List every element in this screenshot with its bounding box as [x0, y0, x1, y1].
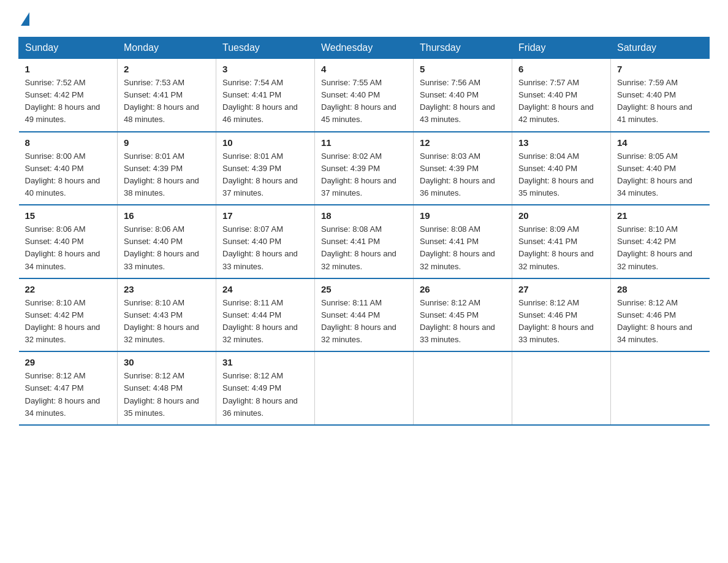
calendar-cell: 6 Sunrise: 7:57 AMSunset: 4:40 PMDayligh…	[512, 59, 611, 132]
weekday-header-sunday: Sunday	[19, 37, 118, 59]
calendar-cell: 15 Sunrise: 8:06 AMSunset: 4:40 PMDaylig…	[19, 205, 118, 278]
day-number: 31	[222, 357, 308, 367]
calendar-cell: 11 Sunrise: 8:02 AMSunset: 4:39 PMDaylig…	[315, 132, 414, 205]
calendar-cell: 9 Sunrise: 8:01 AMSunset: 4:39 PMDayligh…	[118, 132, 216, 205]
weekday-header-row: SundayMondayTuesdayWednesdayThursdayFrid…	[19, 37, 710, 59]
day-number: 23	[124, 284, 210, 294]
calendar-cell: 26 Sunrise: 8:12 AMSunset: 4:45 PMDaylig…	[414, 278, 512, 352]
week-row-5: 29 Sunrise: 8:12 AMSunset: 4:47 PMDaylig…	[19, 351, 710, 425]
day-number: 16	[124, 210, 210, 221]
day-info: Sunrise: 7:52 AMSunset: 4:42 PMDaylight:…	[25, 77, 112, 126]
day-number: 27	[518, 284, 604, 294]
day-info: Sunrise: 8:12 AMSunset: 4:49 PMDaylight:…	[222, 370, 308, 419]
day-number: 28	[617, 284, 703, 294]
day-info: Sunrise: 8:10 AMSunset: 4:43 PMDaylight:…	[124, 297, 210, 347]
day-info: Sunrise: 7:57 AMSunset: 4:40 PMDaylight:…	[518, 77, 604, 126]
day-info: Sunrise: 8:10 AMSunset: 4:42 PMDaylight:…	[25, 297, 112, 347]
day-number: 30	[124, 357, 210, 367]
day-info: Sunrise: 8:04 AMSunset: 4:40 PMDaylight:…	[518, 150, 604, 200]
day-info: Sunrise: 8:07 AMSunset: 4:40 PMDaylight:…	[222, 223, 308, 273]
day-number: 14	[617, 137, 703, 148]
day-info: Sunrise: 7:54 AMSunset: 4:41 PMDaylight:…	[222, 77, 308, 126]
day-info: Sunrise: 8:05 AMSunset: 4:40 PMDaylight:…	[617, 150, 703, 200]
calendar-cell: 21 Sunrise: 8:10 AMSunset: 4:42 PMDaylig…	[611, 205, 710, 278]
calendar-cell: 28 Sunrise: 8:12 AMSunset: 4:46 PMDaylig…	[611, 278, 710, 352]
calendar-cell: 29 Sunrise: 8:12 AMSunset: 4:47 PMDaylig…	[19, 351, 118, 425]
week-row-1: 1 Sunrise: 7:52 AMSunset: 4:42 PMDayligh…	[19, 59, 710, 132]
day-info: Sunrise: 8:12 AMSunset: 4:46 PMDaylight:…	[518, 297, 604, 347]
day-info: Sunrise: 8:06 AMSunset: 4:40 PMDaylight:…	[124, 223, 210, 273]
day-number: 25	[321, 284, 407, 294]
day-info: Sunrise: 8:03 AMSunset: 4:39 PMDaylight:…	[420, 150, 506, 200]
calendar-cell: 10 Sunrise: 8:01 AMSunset: 4:39 PMDaylig…	[216, 132, 315, 205]
day-info: Sunrise: 8:12 AMSunset: 4:46 PMDaylight:…	[617, 297, 703, 347]
calendar-cell: 13 Sunrise: 8:04 AMSunset: 4:40 PMDaylig…	[512, 132, 611, 205]
day-number: 7	[617, 64, 703, 74]
day-number: 18	[321, 210, 407, 221]
day-info: Sunrise: 7:59 AMSunset: 4:40 PMDaylight:…	[617, 77, 703, 126]
day-number: 6	[518, 64, 604, 74]
day-number: 5	[420, 64, 506, 74]
calendar-cell: 30 Sunrise: 8:12 AMSunset: 4:48 PMDaylig…	[118, 351, 216, 425]
calendar-header: SundayMondayTuesdayWednesdayThursdayFrid…	[19, 37, 710, 59]
calendar-cell	[512, 351, 611, 425]
day-number: 26	[420, 284, 506, 294]
day-info: Sunrise: 8:12 AMSunset: 4:47 PMDaylight:…	[25, 370, 112, 419]
weekday-header-thursday: Thursday	[414, 37, 512, 59]
calendar-cell: 12 Sunrise: 8:03 AMSunset: 4:39 PMDaylig…	[414, 132, 512, 205]
calendar-cell: 8 Sunrise: 8:00 AMSunset: 4:40 PMDayligh…	[19, 132, 118, 205]
calendar-cell: 23 Sunrise: 8:10 AMSunset: 4:43 PMDaylig…	[118, 278, 216, 352]
calendar-cell: 25 Sunrise: 8:11 AMSunset: 4:44 PMDaylig…	[315, 278, 414, 352]
calendar-cell: 18 Sunrise: 8:08 AMSunset: 4:41 PMDaylig…	[315, 205, 414, 278]
day-number: 29	[25, 357, 112, 367]
calendar-cell	[611, 351, 710, 425]
day-info: Sunrise: 8:01 AMSunset: 4:39 PMDaylight:…	[222, 150, 308, 200]
week-row-3: 15 Sunrise: 8:06 AMSunset: 4:40 PMDaylig…	[19, 205, 710, 278]
calendar-cell	[315, 351, 414, 425]
day-number: 8	[25, 137, 112, 148]
calendar-cell: 2 Sunrise: 7:53 AMSunset: 4:41 PMDayligh…	[118, 59, 216, 132]
day-info: Sunrise: 7:53 AMSunset: 4:41 PMDaylight:…	[124, 77, 210, 126]
week-row-2: 8 Sunrise: 8:00 AMSunset: 4:40 PMDayligh…	[19, 132, 710, 205]
day-number: 1	[25, 64, 112, 74]
weekday-header-tuesday: Tuesday	[216, 37, 315, 59]
calendar-cell: 27 Sunrise: 8:12 AMSunset: 4:46 PMDaylig…	[512, 278, 611, 352]
day-info: Sunrise: 8:08 AMSunset: 4:41 PMDaylight:…	[420, 223, 506, 273]
calendar-cell: 3 Sunrise: 7:54 AMSunset: 4:41 PMDayligh…	[216, 59, 315, 132]
day-number: 22	[25, 284, 112, 294]
day-number: 17	[222, 210, 308, 221]
day-info: Sunrise: 8:11 AMSunset: 4:44 PMDaylight:…	[222, 297, 308, 347]
calendar-cell: 31 Sunrise: 8:12 AMSunset: 4:49 PMDaylig…	[216, 351, 315, 425]
day-info: Sunrise: 8:02 AMSunset: 4:39 PMDaylight:…	[321, 150, 407, 200]
day-number: 2	[124, 64, 210, 74]
day-info: Sunrise: 7:56 AMSunset: 4:40 PMDaylight:…	[420, 77, 506, 126]
weekday-header-monday: Monday	[118, 37, 216, 59]
day-info: Sunrise: 8:08 AMSunset: 4:41 PMDaylight:…	[321, 223, 407, 273]
calendar-cell: 17 Sunrise: 8:07 AMSunset: 4:40 PMDaylig…	[216, 205, 315, 278]
calendar-cell	[414, 351, 512, 425]
day-number: 19	[420, 210, 506, 221]
calendar-cell: 4 Sunrise: 7:55 AMSunset: 4:40 PMDayligh…	[315, 59, 414, 132]
day-number: 10	[222, 137, 308, 148]
weekday-header-wednesday: Wednesday	[315, 37, 414, 59]
calendar-cell: 19 Sunrise: 8:08 AMSunset: 4:41 PMDaylig…	[414, 205, 512, 278]
day-number: 20	[518, 210, 604, 221]
week-row-4: 22 Sunrise: 8:10 AMSunset: 4:42 PMDaylig…	[19, 278, 710, 352]
calendar-table: SundayMondayTuesdayWednesdayThursdayFrid…	[18, 37, 710, 426]
day-number: 21	[617, 210, 703, 221]
day-number: 9	[124, 137, 210, 148]
calendar-body: 1 Sunrise: 7:52 AMSunset: 4:42 PMDayligh…	[19, 59, 710, 425]
weekday-header-friday: Friday	[512, 37, 611, 59]
day-number: 3	[222, 64, 308, 74]
calendar-cell: 5 Sunrise: 7:56 AMSunset: 4:40 PMDayligh…	[414, 59, 512, 132]
day-number: 11	[321, 137, 407, 148]
page-header	[18, 12, 710, 25]
day-info: Sunrise: 8:12 AMSunset: 4:48 PMDaylight:…	[124, 370, 210, 419]
day-info: Sunrise: 8:00 AMSunset: 4:40 PMDaylight:…	[25, 150, 112, 200]
day-info: Sunrise: 8:01 AMSunset: 4:39 PMDaylight:…	[124, 150, 210, 200]
logo-triangle-icon	[21, 12, 29, 26]
day-number: 24	[222, 284, 308, 294]
calendar-cell: 7 Sunrise: 7:59 AMSunset: 4:40 PMDayligh…	[611, 59, 710, 132]
calendar-cell: 14 Sunrise: 8:05 AMSunset: 4:40 PMDaylig…	[611, 132, 710, 205]
calendar-cell: 24 Sunrise: 8:11 AMSunset: 4:44 PMDaylig…	[216, 278, 315, 352]
